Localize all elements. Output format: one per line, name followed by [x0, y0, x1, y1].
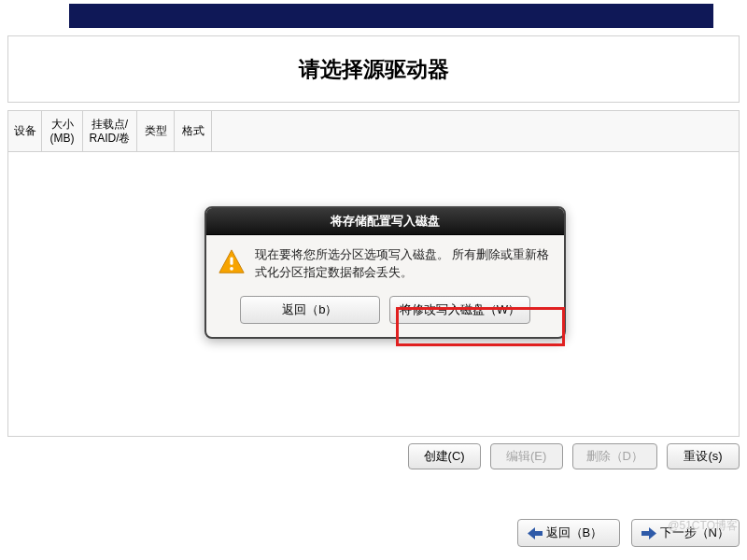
partition-action-row: 创建(C) 编辑(E) 删除（D） 重设(s): [408, 443, 740, 469]
page-title: 请选择源驱动器: [299, 55, 449, 84]
nav-row: 返回（B） 下一步（N）: [517, 519, 740, 547]
dialog-write-button[interactable]: 将修改写入磁盘（W）: [389, 296, 530, 324]
warning-icon: [218, 248, 246, 276]
dialog-back-button[interactable]: 返回（b）: [240, 296, 380, 324]
delete-button: 删除（D）: [572, 443, 657, 469]
reset-button[interactable]: 重设(s): [667, 443, 740, 469]
dialog-button-row: 返回（b） 将修改写入磁盘（W）: [206, 287, 564, 337]
back-button-label: 返回（B）: [546, 525, 603, 541]
col-device[interactable]: 设备: [8, 111, 42, 151]
col-size[interactable]: 大小 (MB): [42, 111, 83, 151]
dialog-title: 将存储配置写入磁盘: [206, 208, 564, 235]
dialog-body: 现在要将您所选分区选项写入磁盘。 所有删除或重新格式化分区指定数据都会丢失。: [206, 235, 564, 287]
svg-marker-3: [528, 527, 543, 539]
top-header-bar: [69, 4, 713, 28]
back-button[interactable]: 返回（B）: [517, 519, 620, 547]
svg-point-2: [230, 267, 233, 271]
dialog-message: 现在要将您所选分区选项写入磁盘。 所有删除或重新格式化分区指定数据都会丢失。: [255, 246, 553, 283]
col-mount[interactable]: 挂载点/ RAID/卷: [83, 111, 137, 151]
confirm-dialog: 将存储配置写入磁盘 现在要将您所选分区选项写入磁盘。 所有删除或重新格式化分区指…: [204, 206, 566, 339]
next-button-label: 下一步（N）: [660, 525, 729, 541]
col-format[interactable]: 格式: [175, 111, 212, 151]
edit-button: 编辑(E): [490, 443, 563, 469]
table-header-row: 设备 大小 (MB) 挂载点/ RAID/卷 类型 格式: [8, 111, 739, 152]
svg-marker-4: [641, 527, 656, 539]
svg-rect-1: [230, 257, 233, 264]
arrow-left-icon: [528, 527, 543, 539]
next-button[interactable]: 下一步（N）: [631, 519, 740, 547]
col-spacer: [212, 111, 739, 151]
arrow-right-icon: [641, 527, 656, 539]
title-panel: 请选择源驱动器: [7, 35, 740, 103]
col-type[interactable]: 类型: [137, 111, 175, 151]
create-button[interactable]: 创建(C): [408, 443, 481, 469]
